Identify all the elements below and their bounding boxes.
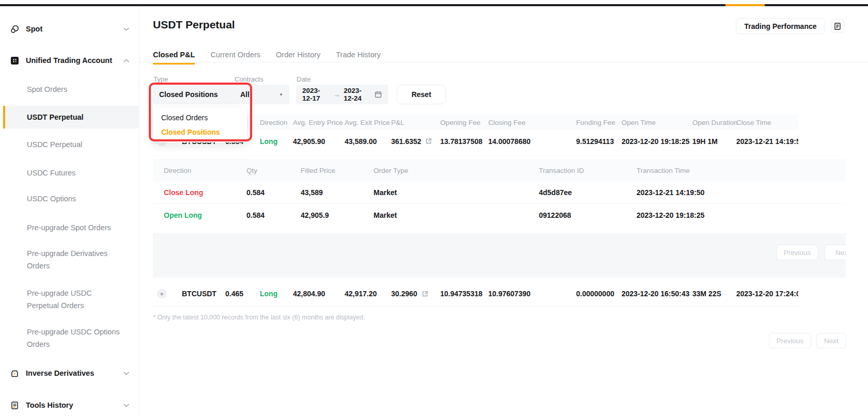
date-filter-label: Date xyxy=(297,75,311,83)
trading-performance-button[interactable]: Trading Performance xyxy=(736,18,825,34)
cell-avg-exit-price: 42,917.20 xyxy=(345,281,377,307)
cell-close-time: 2023-12-20 17:24:0 xyxy=(736,281,798,307)
table-header-row: Direction Avg. Entry Price Avg. Exit Pri… xyxy=(153,115,798,130)
cell-direction: Long xyxy=(260,281,277,307)
cell-opening-fee: 13.78137508 xyxy=(440,130,483,152)
detail-filled-price: 43,589 xyxy=(301,182,323,203)
pnl-value: 30.2960 xyxy=(391,290,417,298)
sidebar-item-label: Unified Trading Account xyxy=(26,56,112,65)
sidebar-item-spot-orders[interactable]: Spot Orders xyxy=(0,83,140,95)
chevron-up-icon xyxy=(123,59,129,62)
type-option-closed-orders[interactable]: Closed Orders xyxy=(153,110,247,125)
col-header-pnl: P&L xyxy=(391,115,405,130)
chevron-down-icon xyxy=(123,372,129,375)
type-filter-label: Type xyxy=(153,75,168,83)
col-header-avg-entry-price: Avg. Entry Price xyxy=(293,115,343,130)
date-range-picker[interactable]: 2023-12-17 → 2023-12-24 xyxy=(296,85,388,104)
cell-avg-entry-price: 42,804.90 xyxy=(293,281,325,307)
spot-icon xyxy=(10,25,19,34)
detail-header-row: Direction Qty Filled Price Order Type Tr… xyxy=(153,159,846,182)
sidebar-item-inverse-derivatives[interactable]: Inverse Derivatives xyxy=(0,366,140,380)
detail-col-qty: Qty xyxy=(246,159,257,182)
detail-col-direction: Direction xyxy=(164,159,191,182)
detail-order-type: Market xyxy=(374,204,397,226)
type-option-closed-positions[interactable]: Closed Positions xyxy=(153,125,247,139)
detail-row: Open Long 0.584 42,905.9 Market 09122068… xyxy=(153,204,846,226)
sidebar-item-pre-upgrade-usdc-options-orders[interactable]: Pre-upgrade USDC Options Orders xyxy=(0,326,140,350)
cell-avg-exit-price: 43,589.00 xyxy=(345,130,377,152)
sidebar-item-usdc-futures[interactable]: USDC Futures xyxy=(0,167,140,179)
type-dropdown-menu: Closed Orders Closed Positions xyxy=(153,107,247,142)
col-header-open-duration: Open Duration xyxy=(692,115,738,130)
sidebar-item-spot[interactable]: Spot xyxy=(0,22,140,36)
reset-button[interactable]: Reset xyxy=(397,85,446,104)
inverse-derivatives-icon xyxy=(10,369,19,378)
chevron-down-icon xyxy=(123,404,129,407)
table-row: − BTCUSDT 0.584 Long 42,905.90 43,589.00… xyxy=(153,130,798,152)
col-header-open-time: Open Time xyxy=(622,115,656,130)
detail-row: Close Long 0.584 43,589 Market 4d5d87ee … xyxy=(153,182,846,204)
sidebar-item-label: Tools History xyxy=(26,401,73,409)
expand-row-button[interactable]: + xyxy=(157,289,166,298)
sidebar-item-pre-upgrade-spot-orders[interactable]: Pre-upgrade Spot Orders xyxy=(0,221,140,234)
previous-page-button[interactable]: Previous xyxy=(769,333,811,348)
contracts-filter-label: Contracts xyxy=(235,75,264,83)
sidebar: Spot Unified Trading Account Spot Orders… xyxy=(0,6,140,416)
type-select[interactable]: Closed Positions ▲ xyxy=(153,85,247,104)
cell-funding-fee: 0.00000000 xyxy=(576,281,614,307)
col-header-closing-fee: Closing Fee xyxy=(488,115,525,130)
pnl-value: 361.6352 xyxy=(391,137,421,146)
detail-transaction-id: 09122068 xyxy=(539,204,571,226)
report-icon-button[interactable] xyxy=(831,19,844,33)
cell-qty: 0.465 xyxy=(225,281,243,307)
sidebar-item-label: Spot xyxy=(26,25,42,33)
cell-open-duration: 33M 22S xyxy=(692,281,721,307)
sidebar-item-usdc-options[interactable]: USDC Options xyxy=(0,193,140,205)
detail-col-filled-price: Filled Price xyxy=(301,159,335,182)
unified-trading-account-icon xyxy=(10,56,19,65)
main-content: USDT Perpetual Trading Performance Close… xyxy=(140,6,868,416)
detail-transaction-time: 2023-12-21 14:19:50 xyxy=(637,182,705,203)
sidebar-item-label: Inverse Derivatives xyxy=(26,369,94,377)
cell-closing-fee: 14.00078680 xyxy=(488,130,531,152)
col-header-opening-fee: Opening Fee xyxy=(440,115,481,130)
sidebar-item-pre-upgrade-usdc-perpetual-orders[interactable]: Pre-upgrade USDC Perpetual Orders xyxy=(0,287,140,312)
external-link-icon[interactable] xyxy=(425,138,432,145)
cell-open-time: 2023-12-20 16:50:43 xyxy=(622,281,690,307)
tools-history-icon xyxy=(10,401,19,410)
external-link-icon[interactable] xyxy=(422,291,428,297)
table-row: + BTCUSDT 0.465 Long 42,804.90 42,917.20… xyxy=(153,281,798,307)
col-header-close-time: Close Time xyxy=(736,115,798,130)
detail-direction: Close Long xyxy=(164,182,203,203)
sidebar-item-tools-history[interactable]: Tools History xyxy=(0,398,140,412)
next-page-button[interactable]: Next xyxy=(816,333,846,348)
page-title: USDT Perpetual xyxy=(153,19,235,31)
detail-footer: Previous Next xyxy=(153,233,846,278)
type-select-value: Closed Positions xyxy=(159,90,218,99)
cell-open-time: 2023-12-20 19:18:25 xyxy=(622,130,690,152)
report-icon xyxy=(834,23,841,30)
closed-pnl-table: Direction Avg. Entry Price Avg. Exit Pri… xyxy=(153,115,798,152)
detail-qty: 0.584 xyxy=(246,204,265,226)
col-header-direction: Direction xyxy=(260,115,287,130)
col-header-funding-fee: Funding Fee xyxy=(576,115,615,130)
cell-pnl: 30.2960 xyxy=(391,281,428,307)
col-header-avg-exit-price: Avg. Exit Price xyxy=(345,115,390,130)
detail-col-transaction-time: Transaction Time xyxy=(637,159,690,182)
sidebar-item-usdt-perpetual[interactable]: USDT Perpetual xyxy=(3,106,140,129)
sidebar-item-unified-trading-account[interactable]: Unified Trading Account xyxy=(0,53,140,68)
sidebar-item-usdc-perpetual[interactable]: USDC Perpetual xyxy=(0,138,140,151)
detail-direction: Open Long xyxy=(164,204,202,226)
calendar-icon xyxy=(375,91,382,98)
detail-qty: 0.584 xyxy=(246,182,265,203)
detail-previous-button[interactable]: Previous xyxy=(777,245,818,260)
arrow-right-icon: → xyxy=(333,91,340,99)
detail-transaction-id: 4d5d87ee xyxy=(539,182,572,203)
cell-avg-entry-price: 42,905.90 xyxy=(293,130,325,152)
records-footnote: * Only the latest 10,000 records from th… xyxy=(153,314,365,321)
cell-contract: BTCUSDT xyxy=(182,281,216,307)
contracts-select[interactable]: All ▼ xyxy=(234,85,289,104)
detail-order-type: Market xyxy=(374,182,397,203)
sidebar-item-pre-upgrade-derivatives-orders[interactable]: Pre-upgrade Derivatives Orders xyxy=(0,247,140,272)
detail-next-button[interactable]: Next xyxy=(825,245,846,260)
